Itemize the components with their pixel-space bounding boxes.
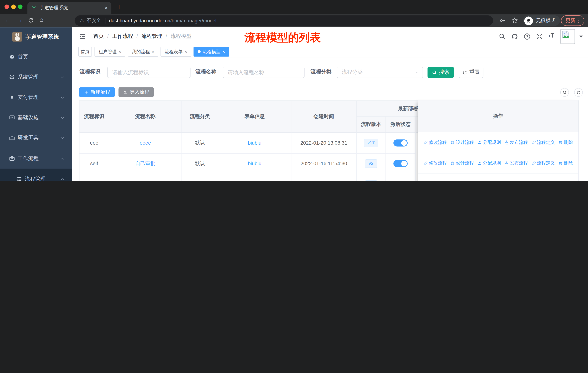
toolbox-icon [9,135,15,141]
browser-toolbar: ← → ⌂ ⚠ 不安全 dashboard.yudao.iocoder.cn /… [0,14,588,27]
tab-label: 我的流程 [132,49,150,55]
cell-link[interactable]: OA 请假 [136,181,155,181]
col-header-name: 流程名称 [109,101,182,133]
tab-租户管理[interactable]: 租户管理× [94,47,125,56]
sidebar-item-1[interactable]: 首页 [0,47,72,67]
refresh-circle-button[interactable] [574,88,583,97]
sidebar-item-3[interactable]: ¥支付管理 [0,87,72,107]
reset-button[interactable]: 重置 [459,67,483,78]
tab-流程模型[interactable]: 流程模型× [194,47,229,56]
action-设计流程[interactable]: 设计流程 [450,181,474,181]
filter-name-input[interactable] [223,67,304,78]
fullscreen-icon[interactable] [536,33,543,40]
action-label: 发布流程 [510,139,528,146]
reset-button-label: 重置 [469,69,480,76]
cell-link[interactable]: 自己审批 [135,160,156,167]
tab-我的流程[interactable]: 我的流程× [128,47,158,56]
help-icon[interactable]: ? [524,33,531,40]
close-icon[interactable]: × [184,49,187,54]
font-size-icon[interactable]: TT [548,34,554,38]
reload-icon[interactable] [28,17,34,25]
annotation-text: 流程模型的列表 [244,30,321,45]
search-icon [562,90,567,95]
actions-row: 修改流程设计流程分配规则发布流程流程定义删除 [418,174,579,181]
cell-text: 默认 [195,140,205,146]
close-icon[interactable]: × [152,49,154,54]
sidebar-item-5[interactable]: 研发工具 [0,128,72,148]
tab-label: 流程表单 [165,49,183,55]
action-删除[interactable]: 删除 [558,139,573,146]
cell-key: oa_leave [79,174,109,181]
action-删除[interactable]: 删除 [558,160,573,166]
action-删除[interactable]: 删除 [558,181,573,181]
search-button-label: 搜索 [439,69,450,76]
github-icon[interactable] [511,33,518,40]
sidebar-item-4[interactable]: 基础设施 [0,108,72,128]
sidebar-fold-icon[interactable] [79,33,85,41]
action-分配规则[interactable]: 分配规则 [477,181,501,181]
filter-category-label: 流程分类 [311,69,332,75]
search-icon[interactable] [499,33,505,40]
create-process-button[interactable]: 新建流程 [79,87,115,97]
action-分配规则[interactable]: 分配规则 [477,139,501,146]
search-button[interactable]: 搜索 [428,67,454,78]
col-header-created: 创建时间 [292,101,357,133]
url-bar[interactable]: ⚠ 不安全 dashboard.yudao.iocoder.cn /bpm/ma… [74,15,493,26]
show-search-circle-button[interactable] [560,88,569,97]
cell-category: OA [182,174,218,181]
cell-active [386,133,416,153]
update-button[interactable]: 更新 ⋮ [561,15,584,26]
action-发布流程[interactable]: 发布流程 [504,181,528,181]
sidebar-item-7[interactable]: 流程管理 [0,169,72,181]
action-流程定义[interactable]: 流程定义 [531,160,555,166]
tab-流程表单[interactable]: 流程表单× [161,47,191,56]
tab-close-icon[interactable]: × [105,5,108,11]
action-发布流程[interactable]: 发布流程 [504,160,528,166]
security-label[interactable]: 不安全 [87,17,101,24]
sidebar-item-6[interactable]: 工作流程 [0,148,72,169]
more-menu-icon[interactable]: ⋮ [576,18,581,24]
action-label: 分配规则 [483,139,501,146]
filter-key-input[interactable] [107,67,190,78]
window-close-button[interactable] [5,5,9,9]
active-toggle[interactable] [393,139,408,146]
action-修改流程[interactable]: 修改流程 [423,139,447,146]
avatar-caret-icon[interactable] [579,36,583,39]
window-minimize-button[interactable] [11,5,16,9]
action-流程定义[interactable]: 流程定义 [531,139,555,146]
active-toggle[interactable] [393,160,408,167]
import-process-button[interactable]: 导入流程 [118,87,154,97]
tab-首页[interactable]: 首页 [78,47,92,56]
back-icon[interactable]: ← [5,17,11,24]
active-toggle[interactable] [393,181,408,181]
breadcrumb-item-3[interactable]: 流程管理 [141,33,162,40]
action-设计流程[interactable]: 设计流程 [450,139,474,146]
breadcrumb-item-1[interactable]: 首页 [93,33,104,40]
action-修改流程[interactable]: 修改流程 [423,160,447,166]
action-修改流程[interactable]: 修改流程 [423,181,447,181]
window-zoom-button[interactable] [18,5,23,9]
cell-active [386,153,416,174]
forward-icon[interactable]: → [17,17,23,24]
sidebar-item-2[interactable]: 系统管理 [0,67,72,87]
cell-link[interactable]: biubiu [248,161,261,166]
action-发布流程[interactable]: 发布流程 [504,139,528,146]
action-设计流程[interactable]: 设计流程 [450,160,474,166]
design-icon [450,140,455,145]
user-avatar[interactable] [560,29,575,44]
browser-tab[interactable]: 芋道管理系统 × [27,2,111,14]
new-tab-button[interactable]: + [117,3,121,11]
cell-name: 自己审批 [109,153,182,174]
close-icon[interactable]: × [118,49,121,54]
action-流程定义[interactable]: 流程定义 [531,181,555,181]
cell-link[interactable]: eeee [140,140,151,146]
bookmark-star-icon[interactable] [511,17,518,24]
breadcrumb-item-2[interactable]: 工作流程 [112,33,133,40]
cell-link[interactable]: biubiu [248,140,261,146]
filter-category-select[interactable]: 流程分类 [337,67,423,78]
action-分配规则[interactable]: 分配规则 [477,160,501,166]
key-icon[interactable] [500,18,506,24]
actions-row: 修改流程设计流程分配规则发布流程流程定义删除 [418,132,579,153]
home-icon[interactable]: ⌂ [39,16,43,23]
close-icon[interactable]: × [222,49,225,54]
